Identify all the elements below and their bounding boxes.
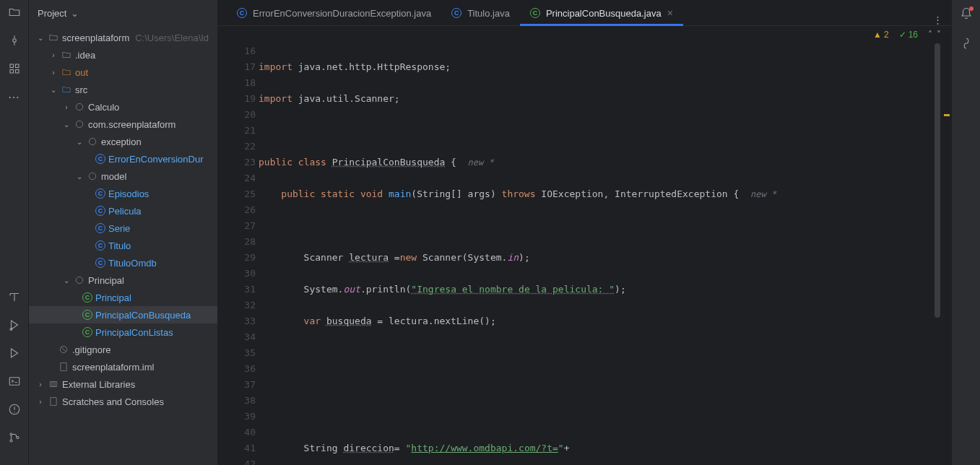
nav-arrows: ˄ ˅	[928, 30, 941, 40]
tab-titulo[interactable]: CTitulo.java	[441, 1, 520, 25]
tree-tituloomdb[interactable]: CTituloOmdb	[29, 254, 217, 271]
more-tabs-icon[interactable]: ⋮	[933, 14, 942, 25]
problems-icon[interactable]	[8, 403, 21, 418]
line-number: 21	[218, 123, 256, 139]
tabs-actions: ⋮	[933, 14, 951, 25]
svg-point-12	[76, 121, 82, 127]
line-number: 41	[218, 440, 256, 456]
code-content[interactable]: import java.net.http.HttpResponse; impor…	[259, 43, 934, 465]
run-icon[interactable]	[8, 347, 21, 362]
line-number: 29	[218, 250, 256, 266]
tree-p-principal[interactable]: CPrincipal	[29, 289, 217, 306]
tree-p-busqueda[interactable]: CPrincipalConBusqueda	[29, 306, 217, 323]
project-icon[interactable]	[8, 6, 21, 21]
line-number: 39	[218, 409, 256, 425]
right-tool-rail	[951, 0, 980, 465]
code-editor[interactable]: 16 17 18 ▶19 ▶20 21 22 23 24 25 26 27 28…	[218, 43, 951, 465]
tree-src[interactable]: ⌄src	[29, 81, 217, 98]
class-icon: C	[95, 206, 105, 216]
tree-root-path: C:\Users\Elena\Id	[135, 32, 209, 43]
tab-principal-busqueda[interactable]: CPrincipalConBusqueda.java×	[520, 1, 683, 25]
scrollbar-thumb[interactable]	[935, 43, 940, 318]
tree-root-label: screenplataform	[62, 32, 129, 43]
tree-calculo[interactable]: ›Calculo	[29, 98, 217, 116]
svg-point-9	[10, 440, 12, 442]
line-number: 28	[218, 234, 256, 250]
class-icon: C	[95, 188, 105, 199]
tree-label: model	[101, 171, 126, 182]
class-icon: C	[451, 8, 461, 18]
line-number: 31	[218, 282, 256, 297]
line-number: 36	[218, 361, 256, 377]
svg-rect-3	[10, 70, 14, 74]
line-number: 33	[218, 313, 256, 329]
tree-out[interactable]: ›out	[29, 64, 217, 81]
tree-label: out	[75, 67, 88, 78]
tree-scratches[interactable]: ›Scratches and Consoles	[29, 393, 217, 410]
tree-idea[interactable]: ›.idea	[29, 46, 217, 64]
tree-label: PrincipalConListas	[95, 327, 173, 338]
tree-titulo[interactable]: CTitulo	[29, 237, 217, 254]
tree-label: Calculo	[88, 102, 119, 113]
tree-episodios[interactable]: CEpisodios	[29, 185, 217, 202]
structure-icon[interactable]	[8, 62, 21, 77]
svg-rect-18	[51, 398, 56, 406]
count: 2	[884, 30, 889, 40]
svg-rect-6	[9, 378, 19, 386]
svg-rect-1	[10, 64, 14, 68]
tree-ex-file[interactable]: CErrorEnConversionDur	[29, 150, 217, 168]
tree-p-listas[interactable]: CPrincipalConListas	[29, 323, 217, 341]
vcs-icon[interactable]	[8, 431, 21, 446]
warning-marker[interactable]	[944, 114, 950, 116]
vertical-scrollbar[interactable]	[934, 43, 941, 465]
project-panel-title: Project	[38, 8, 66, 19]
svg-rect-17	[61, 363, 66, 371]
tree-label: .gitignore	[72, 344, 110, 355]
tab-error-exception[interactable]: CErrorEnConversionDuracionException.java	[227, 1, 441, 25]
tree-principal-pkg[interactable]: ⌄Principal	[29, 271, 217, 289]
notifications-icon[interactable]	[960, 7, 973, 22]
svg-point-8	[10, 433, 12, 435]
count: 16	[909, 30, 918, 40]
svg-point-0	[12, 39, 16, 43]
line-number: 35	[218, 345, 256, 361]
tree-pkg[interactable]: ⌄com.screenplataform	[29, 116, 217, 133]
svg-rect-2	[15, 64, 19, 68]
terminal-icon[interactable]	[8, 375, 21, 390]
tree-pelicula[interactable]: CPelicula	[29, 202, 217, 220]
next-highlight-icon[interactable]: ˅	[937, 30, 941, 40]
close-icon[interactable]: ×	[667, 7, 673, 19]
runnable-class-icon: C	[82, 292, 92, 303]
tree-label: screenplataform.iml	[72, 362, 154, 373]
tree-iml[interactable]: screenplataform.iml	[29, 358, 217, 375]
line-number: ▶19	[218, 91, 256, 107]
line-number: 30	[218, 266, 256, 282]
svg-point-14	[89, 173, 95, 179]
weak-warnings-count[interactable]: ✓ 16	[899, 30, 918, 40]
svg-point-11	[76, 103, 82, 110]
project-panel-header[interactable]: Project ⌄	[29, 0, 217, 26]
tree-model[interactable]: ⌄model	[29, 168, 217, 185]
text-icon[interactable]	[8, 290, 21, 305]
tree-label: ErrorEnConversionDur	[108, 154, 204, 165]
tree-extlib[interactable]: ›External Libraries	[29, 375, 217, 393]
commit-icon[interactable]	[8, 34, 21, 49]
ai-assistant-icon[interactable]	[960, 37, 973, 52]
line-number: 24	[218, 170, 256, 186]
line-number: 17	[218, 59, 256, 75]
more-icon[interactable]: ⋯	[8, 90, 20, 104]
tree-root[interactable]: ⌄ screenplataform C:\Users\Elena\Id	[29, 29, 217, 46]
tree-exception[interactable]: ⌄exception	[29, 133, 217, 150]
prev-highlight-icon[interactable]: ˄	[928, 30, 932, 40]
line-number: 42	[218, 456, 256, 465]
tree-serie[interactable]: CSerie	[29, 220, 217, 237]
line-number: 40	[218, 425, 256, 440]
chevron-down-icon: ⌄	[71, 8, 79, 19]
tree-label: src	[75, 84, 87, 95]
services-icon[interactable]	[8, 318, 21, 334]
line-number: 37	[218, 377, 256, 393]
line-number: 34	[218, 329, 256, 345]
tab-label: Titulo.java	[467, 8, 510, 19]
tree-gitignore[interactable]: .gitignore	[29, 341, 217, 358]
warnings-count[interactable]: ▲ 2	[873, 30, 889, 40]
